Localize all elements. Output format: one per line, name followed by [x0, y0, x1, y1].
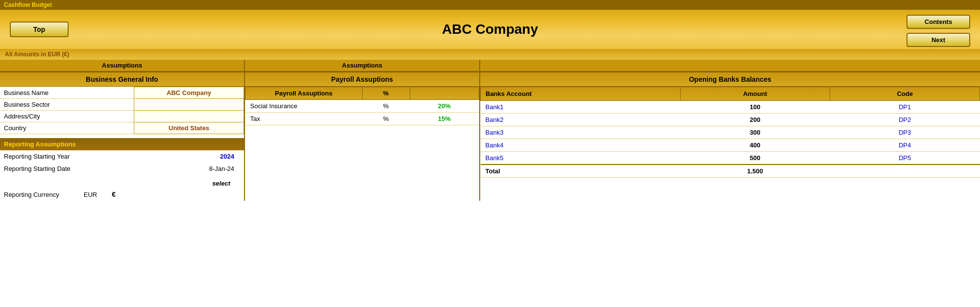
table-row: Bank1 100 DP1: [481, 101, 980, 114]
table-row: Address/City: [0, 111, 244, 122]
main-content: Business General Info Business Name ABC …: [0, 71, 980, 201]
business-info-title: Business General Info: [0, 72, 244, 87]
bank3-name: Bank3: [481, 126, 681, 139]
payroll-col-name: Payroll Assuptions: [245, 87, 363, 100]
table-row: Reporting Starting Date 8-Jan-24: [0, 163, 244, 175]
bank5-amount[interactable]: 500: [680, 152, 830, 165]
bank4-code: DP4: [830, 139, 980, 152]
tax-value[interactable]: 15%: [410, 113, 479, 125]
bank4-name: Bank4: [481, 139, 681, 152]
business-name-value[interactable]: ABC Company: [134, 87, 244, 99]
table-row: Bank4 400 DP4: [481, 139, 980, 152]
total-label: Total: [481, 165, 681, 178]
social-insurance-value[interactable]: 20%: [410, 100, 479, 113]
table-row: Bank3 300 DP3: [481, 126, 980, 139]
currency-select-label[interactable]: select: [212, 180, 230, 187]
address-city-label: Address/City: [0, 111, 134, 122]
amounts-label: All Amounts in EUR (€): [0, 49, 980, 60]
assumptions-left-label: Assumptions: [0, 60, 245, 71]
bank2-amount[interactable]: 200: [680, 114, 830, 126]
app-title: Cashflow Budget: [4, 1, 52, 8]
tax-pct: %: [362, 113, 410, 125]
right-nav-buttons: Contents Next: [906, 15, 970, 47]
bank5-name: Bank5: [481, 152, 681, 165]
table-row: Country United States: [0, 122, 244, 134]
assumptions-right-label: [480, 60, 980, 71]
header-main: Top ABC Company Contents Next: [0, 10, 980, 49]
business-sector-label: Business Sector: [0, 99, 134, 111]
top-button[interactable]: Top: [10, 22, 69, 37]
table-row: Tax % 15%: [245, 113, 479, 125]
table-row: Business Sector: [0, 99, 244, 111]
country-label: Country: [0, 122, 134, 134]
bank4-amount[interactable]: 400: [680, 139, 830, 152]
bank1-name: Bank1: [481, 101, 681, 114]
payroll-title: Payroll Assuptions: [245, 72, 479, 87]
header: Cashflow Budget Top ABC Company Contents…: [0, 0, 980, 60]
payroll-col-value: [410, 87, 479, 100]
total-amount: 1.500: [680, 165, 830, 178]
starting-date-label: Reporting Starting Date: [0, 163, 160, 175]
banks-col-code: Code: [830, 87, 980, 101]
assumptions-header-row: Assumptions Assumptions: [0, 60, 980, 71]
banks-col-account: Banks Account: [481, 87, 681, 101]
starting-date-value: 8-Jan-24: [160, 163, 244, 175]
table-row: Social Insurance % 20%: [245, 100, 479, 113]
starting-year-label: Reporting Starting Year: [0, 150, 160, 163]
social-insurance-pct: %: [362, 100, 410, 113]
banks-title: Opening Banks Balances: [480, 72, 980, 87]
assumptions-middle-label: Assumptions: [245, 60, 480, 71]
banks-table: Banks Account Amount Code Bank1 100 DP1 …: [480, 87, 980, 178]
panel-left: Business General Info Business Name ABC …: [0, 72, 245, 201]
currency-code: EUR: [84, 191, 97, 198]
reporting-assumptions-header: Reporting Assumptions: [0, 138, 244, 150]
tax-label: Tax: [245, 113, 363, 125]
currency-row: Reporting Currency EUR €: [0, 188, 244, 201]
banks-col-amount: Amount: [680, 87, 830, 101]
panel-middle: Payroll Assuptions Payroll Assuptions % …: [245, 72, 480, 201]
table-row: Bank2 200 DP2: [481, 114, 980, 126]
address-city-value[interactable]: [134, 111, 244, 122]
reporting-currency-label: Reporting Currency: [4, 191, 59, 198]
business-info-table: Business Name ABC Company Business Secto…: [0, 87, 244, 134]
app-title-bar: Cashflow Budget: [0, 0, 980, 10]
table-row: Reporting Starting Year 2024: [0, 150, 244, 163]
company-name: ABC Company: [442, 22, 538, 37]
starting-year-value[interactable]: 2024: [160, 150, 244, 163]
payroll-table: Payroll Assuptions % Social Insurance % …: [245, 87, 479, 125]
bank3-amount[interactable]: 300: [680, 126, 830, 139]
bank3-code: DP3: [830, 126, 980, 139]
currency-symbol: €: [112, 190, 116, 198]
bank1-code: DP1: [830, 101, 980, 114]
panel-right: Opening Banks Balances Banks Account Amo…: [480, 72, 980, 201]
bank5-code: DP5: [830, 152, 980, 165]
reporting-table: Reporting Starting Year 2024 Reporting S…: [0, 150, 244, 175]
table-row: Business Name ABC Company: [0, 87, 244, 99]
bank2-code: DP2: [830, 114, 980, 126]
bank2-name: Bank2: [481, 114, 681, 126]
social-insurance-label: Social Insurance: [245, 100, 363, 113]
payroll-col-pct: %: [362, 87, 410, 100]
business-name-label: Business Name: [0, 87, 134, 99]
bank1-amount[interactable]: 100: [680, 101, 830, 114]
business-sector-value[interactable]: [134, 99, 244, 111]
country-value[interactable]: United States: [134, 122, 244, 134]
next-button[interactable]: Next: [906, 33, 970, 47]
table-row: Bank5 500 DP5: [481, 152, 980, 165]
banks-total-row: Total 1.500: [481, 165, 980, 178]
contents-button[interactable]: Contents: [906, 15, 970, 29]
total-code: [830, 165, 980, 178]
